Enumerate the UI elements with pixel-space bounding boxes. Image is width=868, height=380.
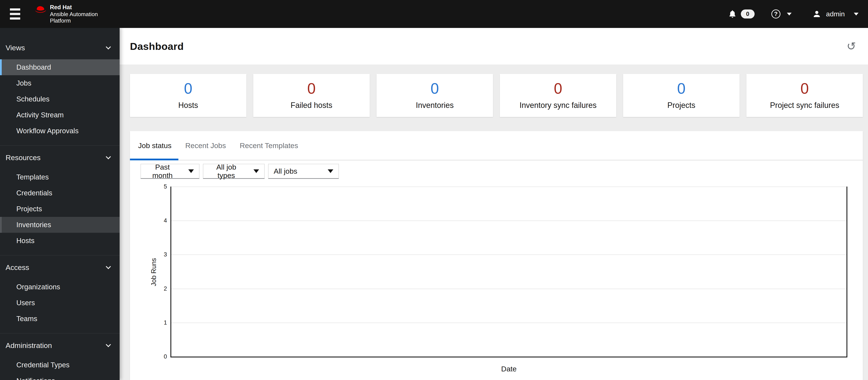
- summary-cards: 0Hosts0Failed hosts0Inventories0Inventor…: [130, 74, 863, 117]
- tab-label: Recent Jobs: [185, 141, 226, 150]
- sidebar-item-teams[interactable]: Teams: [0, 311, 120, 327]
- user-menu[interactable]: admin: [812, 9, 859, 19]
- gridline-y-1: [171, 323, 846, 323]
- sidebar-item-label: Users: [17, 299, 35, 307]
- user-caret-down-icon: [854, 13, 859, 15]
- chart-y-axis-label: Job Runs: [150, 258, 158, 286]
- card-project-sync-failures: 0Project sync failures: [746, 74, 863, 117]
- card-hosts: 0Hosts: [130, 74, 246, 117]
- nav-items: Credential TypesNotifications: [0, 357, 120, 380]
- content: 0Hosts0Failed hosts0Inventories0Inventor…: [120, 65, 868, 380]
- y-tick-label: 0: [164, 353, 167, 360]
- sidebar-item-schedules[interactable]: Schedules: [0, 91, 120, 107]
- main-area: Dashboard ↺ 0Hosts0Failed hosts0Inventor…: [120, 28, 868, 380]
- card-value-link[interactable]: 0: [554, 81, 562, 96]
- sidebar-item-inventories[interactable]: Inventories: [0, 217, 120, 233]
- card-value-link[interactable]: 0: [677, 81, 685, 96]
- sidebar-item-organizations[interactable]: Organizations: [0, 279, 120, 295]
- sidebar-item-label: Hosts: [17, 237, 34, 245]
- card-value-link[interactable]: 0: [800, 81, 809, 96]
- sidebar-item-label: Dashboard: [17, 63, 51, 71]
- filters-row: Past monthAll job typesAll jobs: [141, 164, 863, 179]
- page-header: Dashboard ↺: [120, 28, 868, 65]
- username-label: admin: [826, 10, 845, 18]
- masthead-actions: 0 ? admin: [728, 9, 859, 19]
- sidebar-item-label: Teams: [17, 315, 37, 323]
- nav-section-label: Administration: [6, 341, 52, 350]
- nav-section-header-resources[interactable]: Resources: [0, 151, 120, 164]
- sidebar-item-label: Schedules: [17, 95, 50, 103]
- sidebar-item-credential-types[interactable]: Credential Types: [0, 357, 120, 373]
- redhat-fedora-icon: [34, 4, 46, 14]
- gridline-y-2: [171, 289, 846, 289]
- card-label: Project sync failures: [770, 101, 839, 110]
- card-value-link[interactable]: 0: [307, 81, 316, 96]
- nav-section-label: Access: [6, 263, 29, 272]
- nav-section-label: Resources: [6, 153, 41, 162]
- nav-section-views: ViewsDashboardJobsSchedulesActivity Stre…: [0, 36, 120, 145]
- card-label: Inventory sync failures: [520, 101, 596, 110]
- y-tick-label: 1: [164, 319, 167, 326]
- sidebar-item-label: Notifications: [17, 377, 55, 380]
- nav-section-header-views[interactable]: Views: [0, 41, 120, 54]
- y-tick-label: 2: [164, 285, 167, 292]
- nav-section-access: AccessOrganizationsUsersTeams: [0, 255, 120, 333]
- chevron-down-icon: [106, 264, 111, 269]
- y-tick-label: 5: [164, 183, 167, 190]
- nav-toggle-hamburger-icon[interactable]: [9, 7, 21, 21]
- tab-recent-templates[interactable]: Recent Templates: [233, 131, 305, 160]
- help-icon: ?: [771, 9, 780, 19]
- card-value-link[interactable]: 0: [431, 81, 439, 96]
- help-menu[interactable]: ?: [771, 9, 792, 19]
- sidebar-item-templates[interactable]: Templates: [0, 169, 120, 185]
- brand-line-3: Platform: [50, 18, 98, 24]
- gridline-y-5: [171, 186, 846, 187]
- tab-label: Job status: [138, 141, 172, 150]
- ansible-automation-platform-app: Red Hat Ansible Automation Platform 0 ? …: [0, 0, 868, 380]
- period-select[interactable]: Past month: [141, 164, 199, 179]
- sidebar-item-credentials[interactable]: Credentials: [0, 185, 120, 201]
- history-icon[interactable]: ↺: [846, 40, 857, 53]
- sidebar-nav: ViewsDashboardJobsSchedulesActivity Stre…: [0, 28, 120, 380]
- sidebar-item-notifications[interactable]: Notifications: [0, 373, 120, 380]
- tab-recent-jobs[interactable]: Recent Jobs: [178, 131, 233, 160]
- nav-section-resources: ResourcesTemplatesCredentialsProjectsInv…: [0, 145, 120, 255]
- card-value-link[interactable]: 0: [184, 81, 192, 96]
- chart-plot-area: 012345: [170, 186, 847, 357]
- nav-section-header-access[interactable]: Access: [0, 261, 120, 274]
- sidebar-item-label: Activity Stream: [17, 111, 64, 119]
- help-caret-down-icon: [787, 13, 792, 15]
- sidebar-item-label: Credential Types: [17, 361, 69, 369]
- card-projects: 0Projects: [623, 74, 740, 117]
- job-filter-select[interactable]: All jobs: [268, 164, 339, 179]
- brand-line-1: Red Hat: [50, 4, 98, 11]
- nav-section-header-administration[interactable]: Administration: [0, 339, 120, 352]
- sidebar-item-jobs[interactable]: Jobs: [0, 75, 120, 91]
- sidebar-item-label: Templates: [17, 173, 49, 181]
- sidebar-item-activity-stream[interactable]: Activity Stream: [0, 107, 120, 123]
- card-label: Hosts: [178, 101, 198, 110]
- notifications-bell-icon[interactable]: [728, 9, 737, 19]
- tab-label: Recent Templates: [240, 141, 298, 150]
- job-runs-chart: Job Runs 012345: [130, 186, 863, 357]
- card-label: Projects: [667, 101, 695, 110]
- sidebar-item-label: Jobs: [17, 79, 31, 87]
- caret-down-icon: [188, 169, 194, 173]
- sidebar-item-users[interactable]: Users: [0, 295, 120, 311]
- body: ViewsDashboardJobsSchedulesActivity Stre…: [0, 28, 868, 380]
- sidebar-item-projects[interactable]: Projects: [0, 201, 120, 217]
- sidebar-item-label: Workflow Approvals: [17, 127, 79, 135]
- tab-job-status[interactable]: Job status: [130, 131, 178, 160]
- chevron-down-icon: [106, 44, 111, 49]
- card-label: Inventories: [416, 101, 454, 110]
- tab-bar: Job statusRecent JobsRecent Templates: [130, 131, 863, 160]
- sidebar-item-hosts[interactable]: Hosts: [0, 233, 120, 249]
- select-value: Past month: [146, 163, 179, 180]
- sidebar-item-workflow-approvals[interactable]: Workflow Approvals: [0, 123, 120, 139]
- card-inventories: 0Inventories: [377, 74, 493, 117]
- nav-section-administration: AdministrationCredential TypesNotificati…: [0, 333, 120, 380]
- y-tick-label: 3: [164, 251, 167, 258]
- job-type-select[interactable]: All job types: [203, 164, 265, 179]
- sidebar-item-dashboard[interactable]: Dashboard: [0, 59, 120, 75]
- nav-section-label: Views: [6, 44, 25, 52]
